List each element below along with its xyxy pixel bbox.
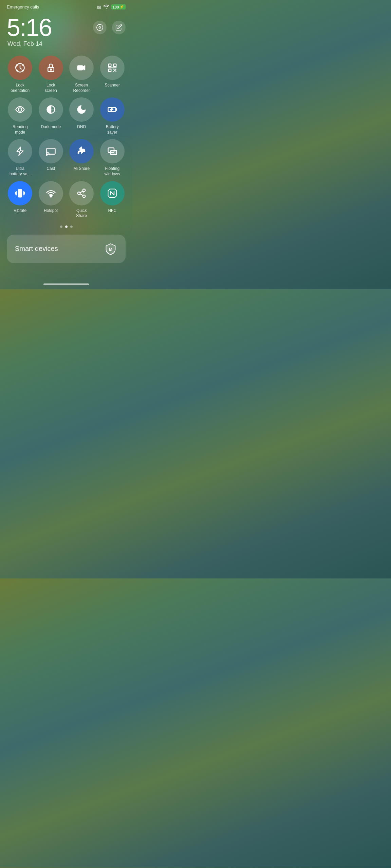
toggles-grid: Lockorientation Lockscreen ScreenReco	[5, 56, 127, 219]
toggle-circle-vibrate	[8, 181, 32, 205]
battery-indicator: 100 ⚡	[111, 4, 126, 9]
toggle-hotspot[interactable]: Hotspot	[38, 181, 64, 219]
toggle-circle-lock-orientation	[8, 56, 32, 80]
edit-button[interactable]	[112, 21, 126, 34]
toggle-label-quick-share: QuickShare	[76, 208, 87, 219]
toggle-label-mi-share: Mi Share	[73, 166, 90, 172]
toggle-dark-mode[interactable]: Dark mode	[38, 97, 64, 135]
toggle-circle-dnd	[69, 97, 94, 122]
toggle-scanner[interactable]: Scanner	[99, 56, 126, 93]
svg-point-0	[99, 26, 101, 28]
svg-rect-6	[114, 64, 116, 67]
toggle-reading-mode[interactable]: Readingmode	[7, 97, 34, 135]
clock-time: 5:16	[7, 15, 52, 40]
toggle-circle-cast	[39, 139, 63, 163]
clock-area: 5:16 Wed, Feb 14	[5, 15, 127, 47]
home-indicator	[43, 283, 89, 285]
page-dots	[5, 225, 127, 228]
toggle-circle-mi-share	[69, 139, 94, 163]
page-dot-2[interactable]	[65, 225, 68, 228]
toggle-lock-screen[interactable]: Lockscreen	[38, 56, 64, 93]
svg-point-11	[18, 108, 22, 111]
smart-devices-bar[interactable]: Smart devices M	[7, 235, 126, 263]
sim-icon: ⊠	[97, 4, 101, 10]
toggle-label-hotspot: Hotspot	[44, 208, 58, 214]
svg-point-3	[50, 69, 52, 70]
battery-percent: 100	[113, 5, 119, 9]
toggle-circle-floating-windows	[100, 139, 125, 163]
settings-button[interactable]	[93, 21, 107, 34]
toggle-circle-dark-mode	[39, 97, 63, 122]
clock-block: 5:16 Wed, Feb 14	[7, 15, 52, 47]
status-bar: Emergency calls ⊠ 100 ⚡	[5, 0, 127, 13]
wifi-icon	[103, 4, 109, 10]
toggle-vibrate[interactable]: Vibrate	[7, 181, 34, 219]
toggle-label-lock-orientation: Lockorientation	[11, 83, 30, 93]
toggle-circle-battery-saver	[100, 97, 125, 122]
toggle-label-battery-saver: Batterysaver	[106, 124, 119, 135]
toggle-label-dark-mode: Dark mode	[41, 124, 61, 130]
toggle-ultra-battery[interactable]: Ultrabattery sa...	[7, 139, 34, 177]
toggle-circle-ultra-battery	[8, 139, 32, 163]
svg-rect-4	[78, 66, 83, 70]
toggle-nfc[interactable]: NFC	[99, 181, 126, 219]
clock-date: Wed, Feb 14	[7, 40, 52, 47]
toggle-mi-share[interactable]: Mi Share	[68, 139, 95, 177]
toggle-label-lock-screen: Lockscreen	[45, 83, 57, 93]
toggle-cast[interactable]: Cast	[38, 139, 64, 177]
toggle-circle-reading-mode	[8, 97, 32, 122]
toggle-circle-screen-recorder	[69, 56, 94, 80]
svg-rect-14	[46, 149, 55, 155]
toggle-label-floating-windows: Floatingwindows	[105, 166, 120, 177]
toggle-label-scanner: Scanner	[105, 83, 120, 88]
toggle-circle-nfc	[100, 181, 125, 205]
svg-point-20	[50, 195, 52, 197]
page-dot-1[interactable]	[60, 225, 62, 228]
toggle-dnd[interactable]: DND	[68, 97, 95, 135]
toggle-label-reading-mode: Readingmode	[13, 124, 28, 135]
status-icons: ⊠ 100 ⚡	[97, 4, 126, 10]
toggle-circle-lock-screen	[39, 56, 63, 80]
svg-point-15	[46, 154, 47, 156]
smart-devices-icon: M	[104, 242, 117, 256]
emergency-calls-text: Emergency calls	[7, 4, 39, 9]
clock-actions	[93, 21, 126, 34]
svg-rect-17	[111, 151, 117, 155]
toggle-quick-share[interactable]: QuickShare	[68, 181, 95, 219]
toggle-label-dnd: DND	[77, 124, 86, 130]
toggle-circle-quick-share	[69, 181, 94, 205]
toggle-label-screen-recorder: ScreenRecorder	[73, 83, 90, 93]
toggle-lock-orientation[interactable]: Lockorientation	[7, 56, 34, 93]
toggle-label-cast: Cast	[46, 166, 55, 172]
toggle-circle-scanner	[100, 56, 125, 80]
toggle-label-vibrate: Vibrate	[14, 208, 26, 214]
charging-icon: ⚡	[119, 5, 124, 9]
svg-rect-19	[18, 189, 22, 197]
toggle-circle-hotspot	[39, 181, 63, 205]
svg-rect-7	[109, 69, 111, 72]
toggle-label-ultra-battery: Ultrabattery sa...	[10, 166, 31, 177]
svg-text:M: M	[109, 247, 112, 252]
toggle-label-nfc: NFC	[108, 208, 116, 214]
svg-rect-5	[109, 64, 111, 67]
toggle-screen-recorder[interactable]: ScreenRecorder	[68, 56, 95, 93]
toggle-battery-saver[interactable]: Batterysaver	[99, 97, 126, 135]
smart-devices-label: Smart devices	[15, 245, 58, 253]
page-dot-3[interactable]	[70, 225, 73, 228]
toggle-floating-windows[interactable]: Floatingwindows	[99, 139, 126, 177]
